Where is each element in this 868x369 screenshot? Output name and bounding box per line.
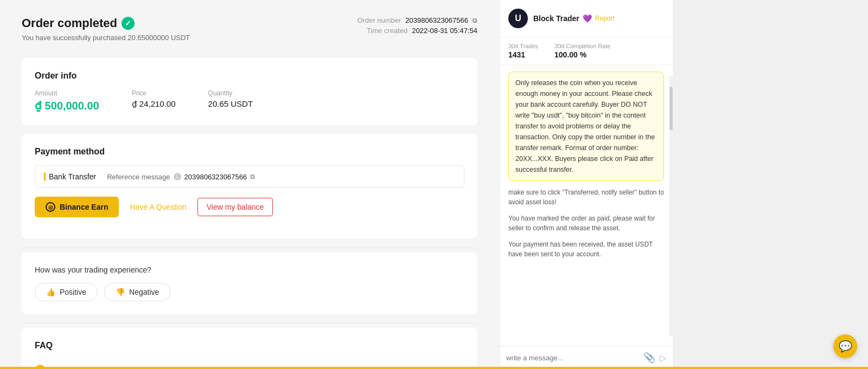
price-value: ₫ 24,210.00	[132, 99, 176, 109]
chat-input-row: 📎 ▷	[500, 346, 673, 369]
chat-panel: U Block Trader 💜 Report 30d Trades 1431 …	[499, 0, 673, 369]
time-created-value: 2022-08-31 05:47:54	[412, 27, 477, 35]
order-info-card: Order info Amount ₫ 500,000.00 Price ₫ 2…	[22, 58, 477, 125]
trader-info: Block Trader 💜 Report	[533, 14, 615, 23]
bottom-yellow-bar	[0, 367, 868, 369]
divider	[22, 248, 477, 248]
time-created-row: Time created 2022-08-31 05:47:54	[357, 27, 477, 35]
reference-label: Reference message	[107, 173, 170, 181]
trader-avatar: U	[508, 9, 528, 28]
chat-input[interactable]	[506, 354, 639, 362]
trader-stats: 30d Trades 1431 30d Completion Rate 100.…	[500, 37, 673, 65]
negative-label: Negative	[129, 288, 159, 296]
actions-row: ◎ Binance Earn Have A Question View my b…	[35, 188, 464, 226]
earn-button-label: Binance Earn	[60, 203, 108, 211]
order-meta: Order number 2039806323067566 ⧉ Time cre…	[357, 16, 477, 37]
stat-completion-label: 30d Completion Rate	[554, 43, 610, 49]
question-button-label: Have A Question	[130, 203, 186, 211]
check-icon: ✓	[122, 17, 135, 30]
scrollbar-thumb	[669, 87, 673, 130]
payment-title: Payment method	[35, 147, 464, 157]
order-number-value: 2039806323067566	[405, 16, 468, 24]
payment-section: Payment method Bank Transfer Reference m…	[22, 134, 477, 239]
positive-label: Positive	[60, 288, 86, 296]
faq-title: FAQ	[35, 341, 464, 351]
experience-buttons: 👍 Positive 👎 Negative	[35, 283, 464, 301]
trader-header: U Block Trader 💜 Report	[500, 0, 673, 37]
title-text: Order completed	[22, 16, 117, 30]
negative-button[interactable]: 👎 Negative	[104, 283, 170, 301]
amount-label: Amount	[35, 89, 99, 97]
quantity-label: Quantity	[208, 89, 253, 97]
balance-button-label: View my balance	[207, 203, 264, 211]
divider-2	[22, 323, 477, 323]
time-created-label: Time created	[367, 27, 407, 35]
order-title: Order completed ✓	[22, 16, 190, 30]
faq-section: FAQ + Where are the purchased digital cu…	[22, 328, 477, 369]
attach-icon[interactable]: 📎	[643, 352, 655, 364]
positive-button[interactable]: 👍 Positive	[35, 283, 98, 301]
send-icon[interactable]: ▷	[660, 353, 666, 363]
binance-earn-button[interactable]: ◎ Binance Earn	[35, 197, 119, 217]
trader-name: Block Trader	[533, 14, 579, 23]
order-number-row: Order number 2039806323067566 ⧉	[357, 16, 477, 24]
order-number-label: Order number	[357, 16, 401, 24]
payment-row: Bank Transfer Reference message i 203980…	[35, 165, 464, 188]
stat-trades-label: 30d Trades	[508, 43, 538, 49]
reference-info-icon[interactable]: i	[174, 173, 181, 180]
experience-question: How was your trading experience?	[35, 266, 464, 274]
trader-name-row: Block Trader 💜 Report	[533, 14, 615, 23]
chat-messages[interactable]: Only releases the coin when you receive …	[500, 65, 673, 346]
order-info-grid: Amount ₫ 500,000.00 Price ₫ 24,210.00 Qu…	[35, 89, 464, 112]
floating-chat-button[interactable]: 💬	[833, 334, 857, 358]
payment-bar-icon	[44, 172, 46, 181]
payment-reference: Reference message i 2039806323067566 ⧉	[107, 173, 255, 181]
chat-bubble-icon: 💬	[839, 340, 852, 353]
view-balance-button[interactable]: View my balance	[197, 198, 273, 216]
system-message-3: Your payment has been received, the asse…	[508, 239, 664, 259]
verified-icon: 💜	[583, 14, 592, 23]
order-info-title: Order info	[35, 71, 464, 81]
experience-section: How was your trading experience? 👍 Posit…	[22, 253, 477, 314]
header-section: Order completed ✓ You have successfully …	[22, 16, 477, 42]
quantity-col: Quantity 20.65 USDT	[208, 89, 253, 112]
payment-method-tag: Bank Transfer	[44, 172, 96, 181]
amount-value: ₫ 500,000.00	[35, 99, 99, 112]
payment-method-label: Bank Transfer	[49, 172, 96, 181]
thumbs-up-icon: 👍	[46, 288, 55, 296]
stat-trades-value: 1431	[508, 50, 538, 59]
order-title-block: Order completed ✓ You have successfully …	[22, 16, 190, 42]
stat-completion-value: 100.00 %	[554, 50, 610, 59]
copy-order-icon[interactable]: ⧉	[473, 17, 477, 24]
price-col: Price ₫ 24,210.00	[132, 89, 176, 112]
reference-number: 2039806323067566	[184, 173, 247, 181]
earn-icon: ◎	[46, 202, 55, 212]
copy-reference-icon[interactable]: ⧉	[250, 173, 255, 180]
system-message-1: make sure to click "Transferred, notify …	[508, 187, 664, 207]
have-question-button[interactable]: Have A Question	[130, 203, 186, 211]
amount-col: Amount ₫ 500,000.00	[35, 89, 99, 112]
quantity-value: 20.65 USDT	[208, 99, 253, 108]
price-label: Price	[132, 89, 176, 97]
scrollbar[interactable]	[669, 76, 673, 336]
order-subtitle: You have successfully purchased 20.65000…	[22, 34, 190, 42]
report-link[interactable]: Report	[595, 15, 615, 22]
chat-bubble: Only releases the coin when you receive …	[508, 72, 664, 181]
system-message-2: You have marked the order as paid, pleas…	[508, 213, 664, 233]
stat-completion: 30d Completion Rate 100.00 %	[554, 43, 610, 59]
thumbs-down-icon: 👎	[116, 288, 125, 296]
stat-trades: 30d Trades 1431	[508, 43, 538, 59]
